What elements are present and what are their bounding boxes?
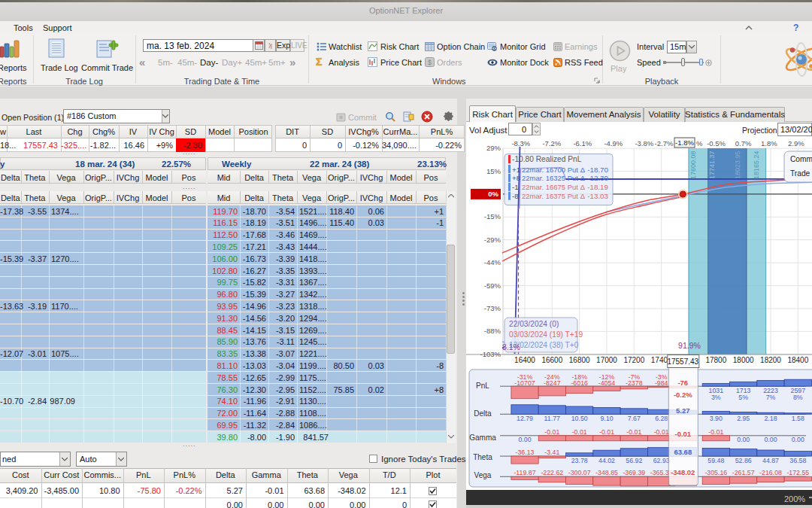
svg-text:3.90: 3.90 xyxy=(710,415,723,422)
svg-text:0.7%: 0.7% xyxy=(735,139,752,148)
svg-text:-0.01: -0.01 xyxy=(654,428,669,436)
svg-text:-3.41: -3.41 xyxy=(544,449,559,456)
svg-text:22mar. 16700 Put Δ: 22mar. 16700 Put Δ xyxy=(522,166,585,174)
svg-text:-348.85: -348.85 xyxy=(595,469,618,476)
svg-text:44.87: 44.87 xyxy=(762,457,779,464)
svg-text:-0.01: -0.01 xyxy=(544,428,559,436)
svg-text:-222.62: -222.62 xyxy=(541,469,563,476)
svg-text:Comme: Comme xyxy=(790,155,812,163)
svg-text:12.79: 12.79 xyxy=(517,415,533,422)
svg-text:1.58: 1.58 xyxy=(792,415,804,422)
svg-text:17741.37: 17741.37 xyxy=(708,151,716,179)
svg-text:PnL: PnL xyxy=(476,382,489,390)
svg-text:3%: 3% xyxy=(711,394,721,401)
svg-text:$: $ xyxy=(428,59,432,66)
svg-text:Delta: Delta xyxy=(474,409,492,418)
svg-text:2.18: 2.18 xyxy=(764,415,777,422)
svg-text:22/03/2024 (0): 22/03/2024 (0) xyxy=(509,320,559,328)
svg-text:0.00: 0.00 xyxy=(764,436,777,443)
svg-text:-88%: -88% xyxy=(484,327,501,335)
svg-text:0%: 0% xyxy=(488,190,498,198)
svg-text:-29%: -29% xyxy=(484,236,501,244)
svg-text:17557.43: 17557.43 xyxy=(667,357,698,366)
svg-text:17600.08: 17600.08 xyxy=(689,151,697,179)
svg-text:59.48: 59.48 xyxy=(707,457,724,464)
svg-text:5.27: 5.27 xyxy=(676,406,690,415)
svg-text:-4054: -4054 xyxy=(598,379,616,387)
svg-text:-44%: -44% xyxy=(484,258,501,266)
svg-text:7.67: 7.67 xyxy=(628,415,641,422)
svg-text:Vega: Vega xyxy=(474,471,492,479)
svg-text:22mar. 16375 Put Δ: 22mar. 16375 Put Δ xyxy=(522,192,585,200)
svg-text:-10707: -10707 xyxy=(514,379,535,387)
svg-text:0.00: 0.00 xyxy=(518,436,531,443)
svg-text:2.9%: 2.9% xyxy=(788,139,804,148)
svg-text:10.50: 10.50 xyxy=(571,415,588,422)
svg-text:23.78: 23.78 xyxy=(571,457,588,464)
svg-text:-0.2%: -0.2% xyxy=(674,391,692,399)
svg-text:22mar. 16325 Put Δ: 22mar. 16325 Put Δ xyxy=(522,174,585,182)
svg-text:-10.80 Realized PnL: -10.80 Realized PnL xyxy=(512,155,582,163)
svg-text:7%: 7% xyxy=(766,394,776,401)
svg-text:11.77: 11.77 xyxy=(544,415,560,422)
svg-text:22mar. 16675 Put Δ: 22mar. 16675 Put Δ xyxy=(522,183,585,191)
svg-text:15%: 15% xyxy=(486,167,501,175)
svg-text:%: % xyxy=(696,139,703,148)
svg-text:-18.70: -18.70 xyxy=(587,166,608,174)
svg-text:-7.2%: -7.2% xyxy=(542,139,561,148)
svg-text:-0.01: -0.01 xyxy=(626,428,641,436)
svg-text:36.58: 36.58 xyxy=(789,457,806,464)
svg-text:62.93: 62.93 xyxy=(653,457,670,464)
svg-text:-6.1%: -6.1% xyxy=(573,139,592,148)
svg-text:Gamma: Gamma xyxy=(469,433,496,442)
svg-text:18165.24: 18165.24 xyxy=(753,151,760,179)
svg-text:-59%: -59% xyxy=(484,281,501,290)
svg-text:6.28: 6.28 xyxy=(655,415,668,422)
svg-text:-8: -8 xyxy=(512,192,519,200)
svg-text:29%: 29% xyxy=(486,144,501,152)
svg-text:-300.07: -300.07 xyxy=(568,469,591,476)
svg-text:+8: +8 xyxy=(512,174,521,182)
svg-text:-1.8%: -1.8% xyxy=(675,138,694,147)
svg-text:-348.02: -348.02 xyxy=(671,468,695,476)
svg-text:-0.01: -0.01 xyxy=(674,430,691,438)
svg-text:0.00: 0.00 xyxy=(737,436,750,443)
svg-text:-119.87: -119.87 xyxy=(514,469,535,476)
svg-text:0.00: 0.00 xyxy=(792,436,804,443)
svg-text:-15%: -15% xyxy=(484,212,501,221)
svg-text:9.10: 9.10 xyxy=(600,415,613,422)
svg-text:-36.13: -36.13 xyxy=(516,449,535,456)
svg-text:03/03/2024 (19) T+19: 03/03/2024 (19) T+19 xyxy=(509,330,583,339)
svg-text:-305.16: -305.16 xyxy=(704,469,727,476)
svg-text:18023.95: 18023.95 xyxy=(734,151,741,179)
svg-text:-984: -984 xyxy=(655,379,668,387)
svg-text:-12.30: -12.30 xyxy=(587,174,608,182)
svg-text:-0.5%: -0.5% xyxy=(707,139,726,148)
svg-text:52.86: 52.86 xyxy=(735,457,752,464)
svg-text:-216.08: -216.08 xyxy=(759,469,782,476)
svg-text:-13.03: -13.03 xyxy=(587,192,608,200)
svg-text:-369.39: -369.39 xyxy=(623,469,645,476)
svg-text:8%: 8% xyxy=(793,394,803,401)
svg-text:Theta: Theta xyxy=(473,453,492,461)
svg-text:-3.8%: -3.8% xyxy=(635,139,653,148)
svg-text:5%: 5% xyxy=(738,394,748,401)
svg-text:-8.3%: -8.3% xyxy=(511,139,530,148)
svg-text:-172.55: -172.55 xyxy=(786,469,809,476)
svg-text:Trade C: Trade C xyxy=(790,169,812,178)
svg-text:2.95: 2.95 xyxy=(737,415,750,422)
svg-text:56.92: 56.92 xyxy=(626,457,642,464)
svg-text:-1: -1 xyxy=(512,183,519,191)
svg-text:-0.01: -0.01 xyxy=(572,428,587,436)
svg-text:-2.7%: -2.7% xyxy=(655,139,674,148)
svg-text:-2378: -2378 xyxy=(626,379,643,387)
svg-text:-6016: -6016 xyxy=(571,379,588,387)
svg-text:44.02: 44.02 xyxy=(598,457,615,464)
svg-text:63.68: 63.68 xyxy=(674,448,692,456)
svg-text:-0.01: -0.01 xyxy=(599,428,614,436)
svg-text:-4.9%: -4.9% xyxy=(604,139,623,148)
svg-text:-261.57: -261.57 xyxy=(732,469,755,476)
svg-text:-8247: -8247 xyxy=(544,379,561,387)
svg-text:-0.01: -0.01 xyxy=(708,428,723,436)
svg-text:-18.19: -18.19 xyxy=(587,183,608,191)
